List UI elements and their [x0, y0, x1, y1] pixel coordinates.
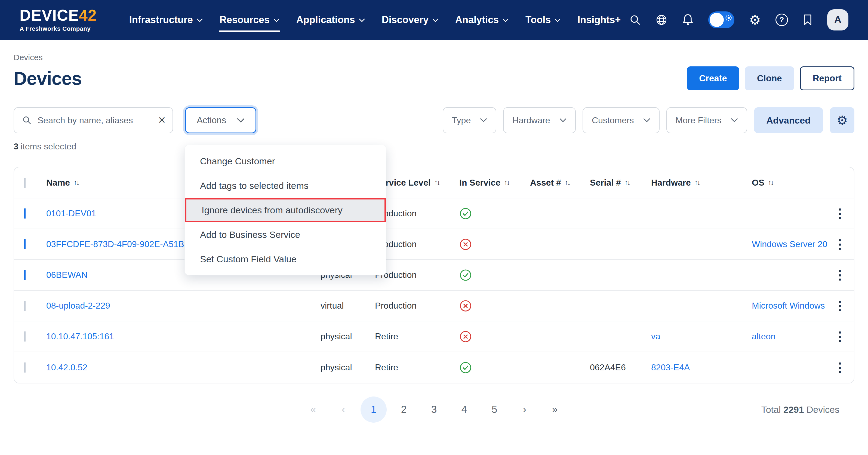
pagination-row: « ‹ 1 2 3 4 5 › » Total 2291 Devices — [13, 396, 855, 423]
device-name-link[interactable]: 03FFCDFE-873D-4F09-902E-A51B — [46, 239, 184, 249]
device-name-link[interactable]: 10.42.0.52 — [46, 362, 87, 372]
filter-hardware[interactable]: Hardware — [503, 107, 576, 133]
filter-group: Type Hardware Customers More Filters Adv… — [443, 107, 855, 133]
header-buttons: Create Clone Report — [687, 66, 855, 90]
user-avatar[interactable]: A — [827, 9, 848, 30]
menu-item-set-custom-field-value[interactable]: Set Custom Field Value — [185, 247, 386, 271]
chevron-down-icon — [237, 118, 245, 123]
table-row: 08-upload-2-229 virtual Production Micro… — [14, 291, 854, 322]
globe-icon[interactable] — [655, 14, 668, 26]
sort-icon: ↑↓ — [504, 179, 509, 187]
nav-item-infrastructure[interactable]: Infrastructure — [121, 0, 211, 40]
logo-text: DEVICE42 — [20, 8, 97, 23]
column-header-asset[interactable]: Asset #↑↓ — [530, 178, 590, 188]
row-checkbox[interactable] — [24, 331, 26, 341]
selection-count: 3 — [13, 142, 19, 151]
nav-item-resources[interactable]: Resources — [211, 0, 288, 40]
nav-item-applications[interactable]: Applications — [288, 0, 373, 40]
notifications-bell-icon[interactable] — [682, 13, 693, 26]
row-checkbox[interactable] — [24, 208, 26, 218]
chevron-down-icon — [555, 19, 560, 22]
column-header-service-level[interactable]: Service Level↑↓ — [375, 178, 459, 188]
service-level-cell: Production — [375, 301, 459, 311]
device-name-link[interactable]: 0101-DEV01 — [46, 208, 96, 218]
devices-table: Name↑↓ Type↑↓ Service Level↑↓ In Service… — [13, 167, 855, 384]
page-button-3[interactable]: 3 — [421, 396, 447, 423]
search-icon[interactable] — [629, 14, 641, 26]
previous-page-button[interactable]: ‹ — [330, 396, 356, 423]
filter-customers[interactable]: Customers — [583, 107, 659, 133]
os-link[interactable]: Microsoft Windows — [752, 301, 825, 310]
advanced-filter-button[interactable]: Advanced — [754, 107, 824, 133]
first-page-button[interactable]: « — [300, 396, 326, 423]
table-row: 0101-DEV01 Production ⋮ — [14, 199, 854, 229]
os-link[interactable]: Windows Server 20 — [752, 239, 827, 249]
page-button-2[interactable]: 2 — [391, 396, 417, 423]
row-kebab-menu-icon[interactable]: ⋮ — [831, 333, 854, 340]
menu-item-ignore-devices-from-autodiscovery[interactable]: Ignore devices from autodiscovery — [185, 198, 386, 222]
in-service-no-icon — [459, 330, 472, 343]
device-name-link[interactable]: 08-upload-2-229 — [46, 301, 110, 310]
page-button-1[interactable]: 1 — [361, 396, 386, 423]
os-link[interactable]: alteon — [752, 331, 775, 341]
column-header-serial[interactable]: Serial #↑↓ — [590, 178, 651, 188]
select-all-checkbox[interactable] — [24, 178, 26, 188]
row-kebab-menu-icon[interactable]: ⋮ — [831, 302, 854, 309]
page-content: Devices Devices Create Clone Report ✕ Ac… — [0, 53, 868, 423]
breadcrumb[interactable]: Devices — [13, 53, 43, 62]
row-checkbox[interactable] — [24, 270, 26, 280]
clone-button[interactable]: Clone — [745, 66, 794, 90]
next-page-button[interactable]: › — [512, 396, 538, 423]
menu-item-change-customer[interactable]: Change Customer — [185, 149, 386, 173]
selection-summary: 3items selected — [13, 142, 855, 152]
hardware-link[interactable]: va — [651, 331, 660, 341]
toolbar: ✕ Actions Type Hardware Customers More F… — [13, 107, 855, 133]
create-button[interactable]: Create — [687, 66, 739, 90]
row-checkbox[interactable] — [24, 362, 26, 372]
search-input[interactable] — [37, 115, 152, 125]
row-checkbox[interactable] — [24, 239, 26, 249]
row-kebab-menu-icon[interactable]: ⋮ — [831, 210, 854, 217]
device42-logo[interactable]: DEVICE42 A Freshworks Company — [20, 8, 97, 32]
row-kebab-menu-icon[interactable]: ⋮ — [831, 272, 854, 278]
row-checkbox[interactable] — [24, 301, 26, 311]
report-button[interactable]: Report — [800, 66, 855, 90]
nav-item-tools[interactable]: Tools — [517, 0, 569, 40]
actions-dropdown-button[interactable]: Actions — [185, 107, 256, 133]
menu-item-add-tags[interactable]: Add tags to selected items — [185, 173, 386, 198]
help-icon[interactable]: ? — [775, 13, 788, 26]
page-button-4[interactable]: 4 — [451, 396, 477, 423]
chevron-down-icon — [559, 118, 566, 122]
column-header-in-service[interactable]: In Service↑↓ — [459, 178, 530, 188]
filter-type[interactable]: Type — [443, 107, 496, 133]
in-service-no-icon — [459, 238, 472, 251]
select-all-cell — [14, 178, 46, 188]
settings-gear-icon[interactable]: ⚙ — [749, 12, 761, 28]
row-kebab-menu-icon[interactable]: ⋮ — [831, 364, 854, 371]
clear-search-icon[interactable]: ✕ — [158, 115, 166, 125]
chevron-down-icon — [432, 19, 438, 22]
last-page-button[interactable]: » — [542, 396, 568, 423]
in-service-cell — [459, 361, 530, 374]
device-name-link[interactable]: 10.10.47.105:161 — [46, 331, 114, 341]
serial-cell: 062A4E6 — [590, 362, 651, 372]
nav-item-insights[interactable]: Insights+ — [569, 0, 629, 40]
hardware-link[interactable]: 8203-E4A — [651, 362, 690, 372]
column-header-os[interactable]: OS↑↓ — [752, 178, 831, 188]
page-button-5[interactable]: 5 — [482, 396, 507, 423]
total-devices-label: Total 2291 Devices — [761, 404, 839, 415]
search-icon — [22, 116, 32, 125]
nav-item-analytics[interactable]: Analytics — [447, 0, 517, 40]
column-header-hardware[interactable]: Hardware↑↓ — [651, 178, 752, 188]
row-kebab-menu-icon[interactable]: ⋮ — [831, 241, 854, 248]
bookmark-icon[interactable] — [803, 14, 812, 26]
filter-more-filters[interactable]: More Filters — [666, 107, 747, 133]
menu-item-add-to-business-service[interactable]: Add to Business Service — [185, 222, 386, 247]
device-name-link[interactable]: 06BEWAN — [46, 270, 88, 280]
nav-item-discovery[interactable]: Discovery — [373, 0, 447, 40]
in-service-yes-icon — [459, 207, 472, 220]
theme-toggle[interactable] — [708, 11, 735, 28]
logo-subtitle: A Freshworks Company — [20, 25, 97, 32]
in-service-yes-icon — [459, 269, 472, 281]
table-settings-gear-icon[interactable]: ⚙ — [830, 107, 855, 133]
